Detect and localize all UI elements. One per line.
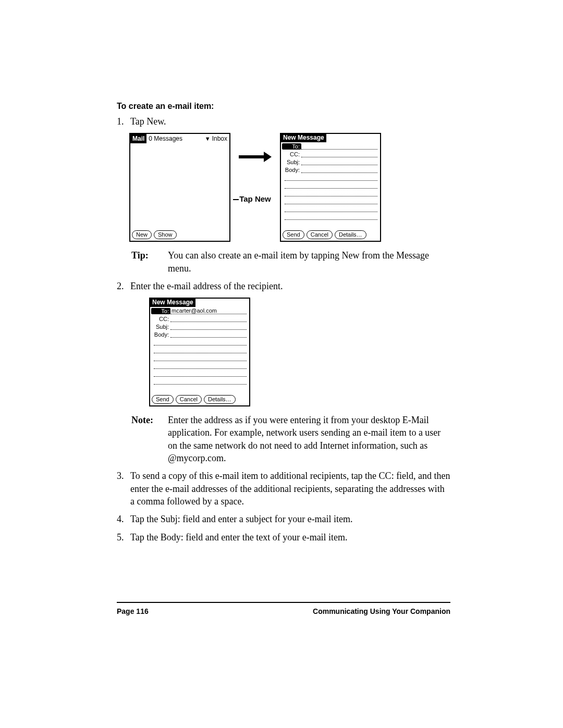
step-4: 4. Tap the Subj: field and enter a subje… xyxy=(117,513,450,525)
step-number: 3. xyxy=(117,470,130,508)
new-button[interactable]: New xyxy=(132,230,152,239)
step-2: 2. Enter the e-mail address of the recip… xyxy=(117,280,450,292)
arrow-column: Tap New xyxy=(236,133,275,203)
note-label: Note: xyxy=(131,414,168,464)
cc-label: CC: xyxy=(151,316,170,322)
subj-field[interactable] xyxy=(301,158,377,165)
step-3: 3. To send a copy of this e-mail item to… xyxy=(117,470,450,508)
mail-screen: Mail 0 Messages ▼ Inbox New Show xyxy=(129,133,230,242)
step-number: 4. xyxy=(117,513,130,525)
body-label: Body: xyxy=(151,331,170,338)
details-button[interactable]: Details… xyxy=(204,395,236,404)
body-field[interactable] xyxy=(301,166,377,173)
step-text: Tap the Body: field and enter the text o… xyxy=(130,531,450,544)
mail-header: Mail 0 Messages ▼ Inbox xyxy=(130,134,229,143)
tip-label: Tip: xyxy=(131,249,168,275)
step-text: Tap the Subj: field and enter a subject … xyxy=(130,513,450,525)
subj-field[interactable] xyxy=(170,323,247,330)
page-number: Page 116 xyxy=(117,607,149,615)
to-label: To: xyxy=(282,143,301,150)
send-button[interactable]: Send xyxy=(152,395,174,404)
section-heading: To create an e-mail item: xyxy=(117,102,450,111)
tip-block: Tip: You can also create an e-mail item … xyxy=(131,249,450,275)
mail-app-label: Mail xyxy=(130,134,146,143)
cc-field[interactable] xyxy=(301,151,377,157)
mail-folder-select[interactable]: Inbox xyxy=(212,135,229,142)
subj-label: Subj: xyxy=(151,324,170,330)
diagram-step1: Mail 0 Messages ▼ Inbox New Show Tap New xyxy=(129,133,450,242)
step-number: 5. xyxy=(117,531,130,544)
to-field[interactable] xyxy=(301,143,377,150)
tip-text: You can also create an e-mail item by ta… xyxy=(168,249,450,275)
send-button[interactable]: Send xyxy=(283,230,304,239)
new-message-screen-filled: New Message To:mcarter@aol.com CC: Subj:… xyxy=(149,298,250,406)
page-footer: Page 116 Communicating Using Your Compan… xyxy=(117,607,450,615)
note-block: Note: Enter the address as if you were e… xyxy=(131,414,450,464)
subj-label: Subj: xyxy=(282,159,301,165)
dropdown-triangle-icon[interactable]: ▼ xyxy=(205,135,211,142)
step-1: 1. Tap New. xyxy=(117,115,450,128)
to-label: To: xyxy=(151,308,170,314)
details-button[interactable]: Details… xyxy=(335,230,366,239)
step-text: To send a copy of this e-mail item to ad… xyxy=(130,470,450,508)
arrow-icon xyxy=(239,152,272,162)
cancel-button[interactable]: Cancel xyxy=(307,230,333,239)
mail-message-count: 0 Messages xyxy=(146,135,182,142)
step-text: Tap New. xyxy=(130,115,450,128)
step-number: 1. xyxy=(117,115,130,128)
footer-rule xyxy=(117,602,450,603)
diagram-step2: New Message To:mcarter@aol.com CC: Subj:… xyxy=(149,298,450,406)
body-label: Body: xyxy=(282,167,301,173)
tap-new-callout: Tap New xyxy=(239,194,271,203)
show-button[interactable]: Show xyxy=(154,230,177,239)
tap-new-text: Tap New xyxy=(239,194,271,203)
to-field[interactable]: mcarter@aol.com xyxy=(170,307,247,314)
cc-label: CC: xyxy=(282,151,301,157)
step-number: 2. xyxy=(117,280,130,292)
step-text: Enter the e-mail address of the recipien… xyxy=(130,280,450,292)
cancel-button[interactable]: Cancel xyxy=(176,395,202,404)
chapter-title: Communicating Using Your Companion xyxy=(313,607,450,615)
new-message-screen-blank: New Message To: CC: Subj: Body: Send Can… xyxy=(280,133,381,242)
cc-field[interactable] xyxy=(170,315,247,322)
step-5: 5. Tap the Body: field and enter the tex… xyxy=(117,531,450,544)
note-text: Enter the address as if you were enterin… xyxy=(168,414,450,464)
body-field[interactable] xyxy=(170,331,247,338)
